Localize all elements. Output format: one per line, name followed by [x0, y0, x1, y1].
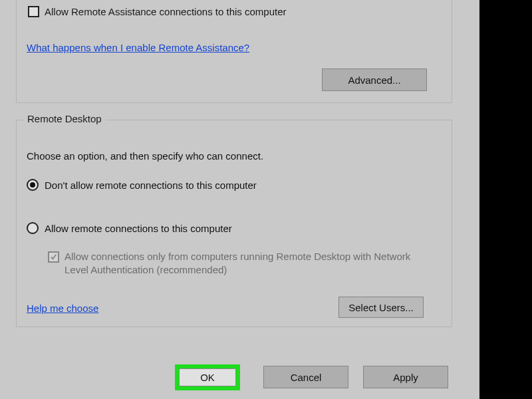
- remote-assistance-help-link[interactable]: What happens when I enable Remote Assist…: [27, 42, 249, 53]
- ok-button[interactable]: OK: [179, 368, 236, 386]
- checkbox-icon: [28, 6, 39, 17]
- allow-remote-assistance-label: Allow Remote Assistance connections to t…: [45, 6, 287, 17]
- advanced-button-label: Advanced...: [348, 74, 400, 86]
- remote-desktop-description: Choose an option, and then specify who c…: [27, 150, 263, 162]
- ok-label: OK: [200, 372, 215, 383]
- cancel-button[interactable]: Cancel: [263, 366, 348, 388]
- radio-dont-allow-label: Don't allow remote connections to this c…: [45, 180, 257, 191]
- nla-checkbox: Allow connections only from computers ru…: [48, 250, 420, 277]
- radio-allow-label: Allow remote connections to this compute…: [45, 223, 232, 234]
- apply-label: Apply: [393, 372, 418, 383]
- select-users-label: Select Users...: [348, 302, 414, 313]
- radio-icon: [27, 222, 39, 234]
- allow-remote-assistance-checkbox[interactable]: Allow Remote Assistance connections to t…: [28, 6, 287, 17]
- cancel-label: Cancel: [291, 372, 322, 383]
- remote-desktop-legend: Remote Desktop: [23, 113, 106, 124]
- radio-allow-remote[interactable]: Allow remote connections to this compute…: [27, 222, 232, 234]
- radio-icon: [27, 179, 39, 191]
- radio-dont-allow-remote[interactable]: Don't allow remote connections to this c…: [27, 179, 257, 191]
- nla-label: Allow connections only from computers ru…: [65, 250, 420, 277]
- apply-button[interactable]: Apply: [363, 366, 448, 388]
- help-me-choose-link[interactable]: Help me choose: [27, 303, 98, 314]
- system-properties-remote-dialog: Allow Remote Assistance connections to t…: [0, 0, 479, 399]
- advanced-button[interactable]: Advanced...: [322, 68, 427, 91]
- select-users-button[interactable]: Select Users...: [338, 297, 424, 318]
- checkbox-icon: [48, 251, 59, 263]
